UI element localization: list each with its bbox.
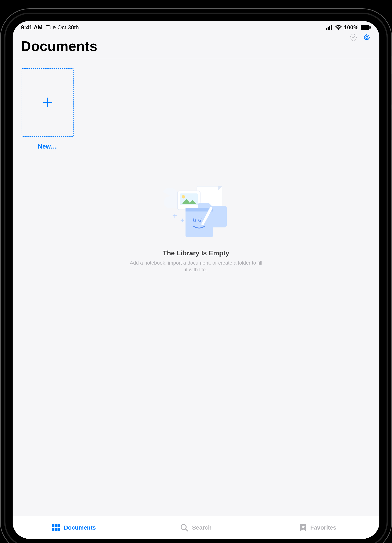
page-title: Documents	[21, 38, 371, 54]
screen: 9:41 AM Tue Oct 30th 100%	[13, 21, 379, 539]
empty-state-title: The Library Is Empty	[129, 249, 263, 257]
grid-icon	[52, 524, 60, 531]
svg-rect-19	[52, 528, 54, 531]
page-header: Documents	[13, 34, 379, 59]
empty-state-subtitle: Add a notebook, import a document, or cr…	[129, 259, 263, 273]
svg-rect-17	[55, 524, 57, 527]
svg-rect-0	[326, 28, 327, 30]
bookmark-star-icon	[300, 524, 306, 532]
tab-documents[interactable]: Documents	[13, 516, 135, 539]
battery-percent: 100%	[344, 24, 358, 31]
tab-search-label: Search	[192, 524, 211, 531]
tab-search[interactable]: Search	[135, 516, 257, 539]
svg-point-7	[366, 36, 368, 38]
svg-rect-20	[55, 528, 57, 531]
svg-line-23	[186, 529, 187, 531]
svg-point-11	[182, 195, 185, 198]
cellular-icon	[326, 25, 333, 30]
search-icon	[180, 524, 188, 532]
status-date: Tue Oct 30th	[46, 24, 79, 31]
svg-rect-5	[370, 26, 371, 28]
svg-rect-21	[57, 528, 60, 531]
tab-favorites[interactable]: Favorites	[257, 516, 379, 539]
ipad-frame: 9:41 AM Tue Oct 30th 100%	[0, 8, 392, 543]
new-document-tile[interactable]	[21, 68, 74, 137]
status-bar: 9:41 AM Tue Oct 30th 100%	[13, 21, 379, 34]
empty-illustration: u u	[129, 176, 263, 239]
wifi-icon	[335, 25, 342, 30]
svg-rect-1	[328, 27, 329, 30]
svg-rect-4	[361, 25, 369, 30]
select-mode-button[interactable]	[349, 33, 358, 42]
settings-button[interactable]	[363, 33, 371, 42]
empty-state: u u The Library Is Empty Add a notebook,…	[129, 176, 263, 273]
svg-rect-3	[331, 25, 332, 30]
plus-icon	[41, 96, 53, 108]
svg-rect-2	[329, 26, 330, 30]
svg-rect-16	[52, 524, 54, 527]
main-content: New…	[13, 59, 379, 516]
svg-rect-18	[57, 524, 60, 527]
tab-documents-label: Documents	[64, 524, 96, 531]
tab-favorites-label: Favorites	[310, 524, 336, 531]
svg-point-6	[350, 34, 357, 40]
battery-icon	[361, 25, 371, 30]
status-time: 9:41 AM	[21, 24, 43, 31]
new-document-label: New…	[21, 143, 74, 150]
svg-text:u u: u u	[193, 216, 202, 223]
tab-bar: Documents Search Favorites	[13, 516, 379, 539]
